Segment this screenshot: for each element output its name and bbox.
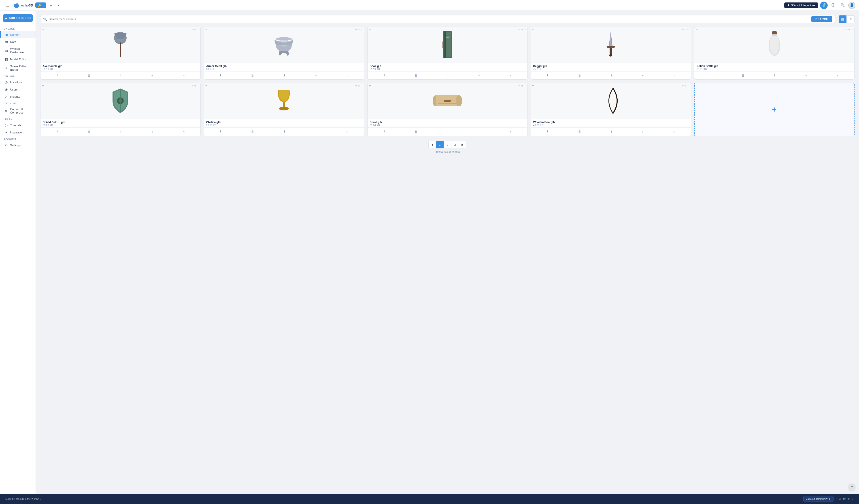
list-view-button[interactable]: ≡ <box>847 15 855 23</box>
tool-selector-button[interactable]: 🔑 ▾ <box>35 2 46 8</box>
card-copy-icon-book[interactable]: ⧉ <box>521 28 523 31</box>
download-button-armor[interactable]: ⬇ <box>218 73 223 78</box>
ar-button-scroll[interactable]: ⤡ <box>508 129 513 134</box>
share-button-armor[interactable]: ⬆ <box>282 73 287 78</box>
card-overflow-icon-scroll[interactable]: ⋯ <box>524 84 526 87</box>
linkedin-icon[interactable]: in <box>848 497 849 500</box>
ar-button-axe[interactable]: ⤡ <box>181 73 186 78</box>
share-button-scroll[interactable]: ⬆ <box>446 129 450 134</box>
card-pencil-icon-scroll[interactable]: ✏ <box>518 84 520 87</box>
card-overflow-icon[interactable]: ⋯ <box>197 28 199 31</box>
page-1-button[interactable]: 1 <box>436 141 443 148</box>
hamburger-menu-button[interactable]: ☰ <box>3 2 11 9</box>
sidebar-item-settings[interactable]: ⚙ Settings <box>0 141 35 148</box>
card-copy-icon-chalice[interactable]: ⧉ <box>358 84 360 87</box>
sidebar-item-inspiration[interactable]: ✦ Inspiration <box>0 129 35 136</box>
download-button-scroll[interactable]: ⬇ <box>382 129 387 134</box>
card-pencil-icon[interactable]: ✏ <box>192 28 194 31</box>
ar-button-shield[interactable]: ⤡ <box>181 129 186 134</box>
ar-button-potion[interactable]: ⤡ <box>835 73 840 78</box>
add-button-potion[interactable]: + <box>804 73 809 78</box>
add-button-axe[interactable]: + <box>150 73 154 78</box>
download-button-shield[interactable]: ⬇ <box>55 129 60 134</box>
search-input[interactable] <box>49 15 810 23</box>
delete-button-scroll[interactable]: 🗑 <box>413 129 419 134</box>
card-copy-icon-armor[interactable]: ⧉ <box>358 28 360 31</box>
sidebar-item-tutorials[interactable]: ▷ Tutorials <box>0 122 35 129</box>
sidebar-item-scene-editor[interactable]: ⠿ Scene Editor (Beta) <box>0 63 35 73</box>
delete-button-potion[interactable]: 🗑 <box>740 73 745 78</box>
card-overflow-icon-potion[interactable]: ⋯ <box>851 28 853 31</box>
sidebar-item-content[interactable]: ▣ Content <box>0 31 35 38</box>
card-copy-icon-dagger[interactable]: ⧉ <box>685 28 686 31</box>
ar-button-chalice[interactable]: ⤡ <box>345 129 349 134</box>
card-overflow-icon-dagger[interactable]: ⋯ <box>687 28 690 31</box>
share-button-book[interactable]: ⬆ <box>446 73 450 78</box>
minus-button[interactable]: − <box>56 3 61 8</box>
download-button-chalice[interactable]: ⬇ <box>218 129 223 134</box>
card-pencil-icon-dagger[interactable]: ✏ <box>682 28 684 31</box>
sidebar-item-webar[interactable]: ▨ WebAR Customizer <box>0 45 35 56</box>
instagram-icon[interactable]: ◎ <box>839 497 841 500</box>
ar-button-bow[interactable]: ⤡ <box>672 129 676 134</box>
notifications-button[interactable]: 💧 <box>820 2 828 9</box>
search-button[interactable]: SEARCH <box>811 16 832 22</box>
sidebar-item-insights[interactable]: △ Insights <box>0 93 35 100</box>
delete-button-book[interactable]: 🗑 <box>413 73 419 78</box>
card-copy-icon-shield[interactable]: ⧉ <box>194 84 196 87</box>
card-pencil-icon-bow[interactable]: ✏ <box>682 84 684 87</box>
share-button-bow[interactable]: ⬆ <box>609 129 614 134</box>
twitter-icon[interactable]: 🐦 <box>842 497 846 500</box>
page-2-button[interactable]: 2 <box>443 141 451 148</box>
facebook-icon[interactable]: f <box>836 497 837 500</box>
download-button-potion[interactable]: ⬇ <box>709 73 713 78</box>
info-button[interactable]: ⓘ <box>829 2 837 9</box>
card-copy-icon-bow[interactable]: ⧉ <box>685 84 686 87</box>
card-copy-icon-scroll[interactable]: ⧉ <box>521 84 523 87</box>
next-page-button[interactable]: ▶ <box>459 141 466 148</box>
delete-button-dagger[interactable]: 🗑 <box>577 73 582 78</box>
delete-button-shield[interactable]: 🗑 <box>87 129 92 134</box>
sidebar-item-users[interactable]: ◉ Users <box>0 86 35 93</box>
add-button-book[interactable]: + <box>477 73 481 78</box>
sidebar-item-locations[interactable]: ◎ Locations <box>0 79 35 86</box>
card-pencil-icon-armor[interactable]: ✏ <box>355 28 357 31</box>
add-button-armor[interactable]: + <box>314 73 318 78</box>
card-copy-icon[interactable]: ⧉ <box>194 28 196 31</box>
card-pencil-icon-shield[interactable]: ✏ <box>192 84 194 87</box>
card-overflow-icon-shield[interactable]: ⋯ <box>197 84 199 87</box>
sidebar-item-convert[interactable]: ↺ Convert & Compress <box>0 106 35 116</box>
grid-view-button[interactable]: ▦ <box>839 15 846 23</box>
card-pencil-icon-chalice[interactable]: ✏ <box>355 84 357 87</box>
card-overflow-icon-book[interactable]: ⋯ <box>524 28 526 31</box>
share-button-potion[interactable]: ⬆ <box>772 73 777 78</box>
ar-button-book[interactable]: ⤡ <box>508 73 513 78</box>
sdk-integrations-button[interactable]: ⬆ SDKs & Integrations <box>784 2 818 8</box>
download-button-dagger[interactable]: ⬇ <box>545 73 550 78</box>
sidebar-item-model-editor[interactable]: ◧ Model Editor <box>0 56 35 63</box>
page-3-button[interactable]: 3 <box>451 141 459 148</box>
download-button-bow[interactable]: ⬇ <box>545 129 550 134</box>
add-to-cloud-button[interactable]: ☁ ADD TO CLOUD <box>3 14 33 22</box>
delete-button-chalice[interactable]: 🗑 <box>250 129 255 134</box>
add-button-bow[interactable]: + <box>641 129 645 134</box>
add-button-scroll[interactable]: + <box>477 129 481 134</box>
add-button-chalice[interactable]: + <box>314 129 318 134</box>
download-button-axe[interactable]: ⬇ <box>55 73 60 78</box>
share-button-axe[interactable]: ⬆ <box>119 73 123 78</box>
card-overflow-icon-chalice[interactable]: ⋯ <box>360 84 363 87</box>
add-new-asset-card[interactable]: + <box>694 83 855 136</box>
delete-button-bow[interactable]: 🗑 <box>577 129 582 134</box>
prev-page-button[interactable]: ◀ <box>428 141 436 148</box>
card-copy-icon-potion[interactable]: ⧉ <box>848 28 850 31</box>
download-button-book[interactable]: ⬇ <box>382 73 387 78</box>
share-button-chalice[interactable]: ⬆ <box>282 129 287 134</box>
search-button[interactable]: 🔍 <box>839 2 846 9</box>
sidebar-item-data[interactable]: ▦ Data <box>0 38 35 45</box>
card-overflow-icon-armor[interactable]: ⋯ <box>360 28 363 31</box>
help-button[interactable]: ? <box>848 484 856 491</box>
pencil-edit-button[interactable]: ✏ <box>48 3 54 8</box>
share-button-dagger[interactable]: ⬆ <box>609 73 614 78</box>
card-overflow-icon-bow[interactable]: ⋯ <box>687 84 690 87</box>
join-community-button[interactable]: Join our community 🖥 <box>803 496 833 502</box>
